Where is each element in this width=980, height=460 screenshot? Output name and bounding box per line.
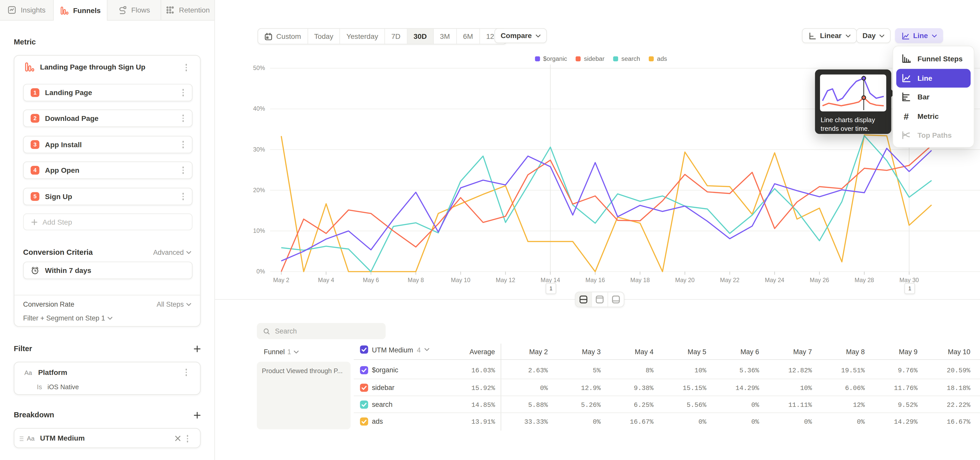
- layout-split-button[interactable]: [576, 292, 592, 307]
- series-checkbox[interactable]: [360, 383, 368, 392]
- step-kebab-icon[interactable]: [180, 88, 186, 97]
- filter-operator[interactable]: Is: [37, 383, 42, 390]
- funnel-column-dropdown[interactable]: Funnel 1: [264, 348, 299, 356]
- tab-funnels[interactable]: Funnels: [54, 0, 108, 21]
- chart-type-dropdown[interactable]: Line: [895, 28, 943, 43]
- series-checkbox[interactable]: [360, 366, 368, 374]
- compare-button[interactable]: Compare: [494, 28, 547, 43]
- funnel-step-2[interactable]: 2 Download Page: [23, 110, 192, 127]
- column-header-date[interactable]: May 7: [793, 348, 812, 356]
- tab-insights[interactable]: Insights: [0, 0, 54, 20]
- cell-value: 33.33%: [524, 418, 548, 426]
- table-row-search[interactable]: search14.85%5.88%5.26%6.25%5.56%0%11.11%…: [354, 396, 980, 413]
- funnel-group-cell[interactable]: Product Viewed through P...: [257, 362, 351, 429]
- range-30d[interactable]: 30D: [407, 29, 434, 44]
- step-kebab-icon[interactable]: [180, 140, 186, 149]
- column-header-date[interactable]: May 9: [899, 348, 918, 356]
- filter-segment-label: Filter + Segment on Step 1: [23, 314, 105, 321]
- breakdown-kebab-icon[interactable]: [184, 434, 190, 443]
- filter-segment-dropdown[interactable]: Filter + Segment on Step 1: [23, 314, 113, 321]
- funnel-step-1[interactable]: 1 Landing Page: [23, 84, 192, 101]
- funnel-column-label: Funnel: [264, 348, 285, 356]
- add-breakdown-button[interactable]: [194, 411, 200, 418]
- cell-average: 15.92%: [471, 384, 495, 392]
- column-header-date[interactable]: May 6: [740, 348, 759, 356]
- remove-breakdown-icon[interactable]: [175, 436, 181, 441]
- menu-item-metric[interactable]: # Metric: [896, 107, 970, 126]
- all-steps-dropdown[interactable]: All Steps: [157, 300, 191, 308]
- column-header-date[interactable]: May 8: [846, 348, 865, 356]
- cell-value: 15.15%: [682, 384, 706, 392]
- interval-dropdown[interactable]: Day: [856, 28, 891, 43]
- breakdown-column-dropdown[interactable]: UTM Medium 4: [360, 345, 430, 354]
- drag-handle-icon[interactable]: [19, 436, 24, 441]
- funnel-step-3[interactable]: 3 App Install: [23, 136, 192, 153]
- range-label: Today: [314, 32, 333, 40]
- funnel-step-4[interactable]: 4 App Open: [23, 161, 192, 179]
- advanced-dropdown[interactable]: Advanced: [153, 248, 191, 256]
- scale-dropdown[interactable]: Linear: [802, 28, 856, 43]
- table-row-ads[interactable]: ads13.91%33.33%0%16.67%0%0%0%0%14.29%16.…: [354, 413, 980, 430]
- menu-item-bar[interactable]: Bar: [896, 88, 970, 107]
- menu-item-label: Funnel Steps: [918, 55, 963, 62]
- tab-retention[interactable]: Retention: [161, 0, 215, 20]
- cell-value: 2.63%: [528, 367, 548, 374]
- metric-icon: #: [901, 111, 911, 121]
- range-7d[interactable]: 7D: [385, 29, 407, 44]
- column-header-date[interactable]: May 4: [635, 348, 653, 356]
- filter-card[interactable]: Aa Platform Is iOS Native: [14, 362, 200, 395]
- column-header-date[interactable]: May 3: [582, 348, 600, 356]
- table-search-input[interactable]: Search: [257, 323, 386, 339]
- cell-value: 11.76%: [894, 384, 918, 392]
- menu-item-funnel-steps[interactable]: Funnel Steps: [896, 50, 970, 69]
- layout-chart-button[interactable]: [592, 292, 608, 307]
- axis-label: 40%: [253, 105, 265, 112]
- column-header-date[interactable]: May 2: [529, 348, 548, 356]
- bar-chart-icon: [901, 92, 911, 102]
- series-checkbox[interactable]: [360, 401, 368, 409]
- table-row-sidebar[interactable]: sidebar15.92%0%12.9%9.38%15.15%14.29%10%…: [354, 379, 980, 396]
- layout-table-button[interactable]: [608, 292, 624, 307]
- add-filter-button[interactable]: [194, 345, 200, 352]
- tab-flows[interactable]: Flows: [107, 0, 161, 20]
- series-line-search[interactable]: [281, 136, 932, 272]
- series-line-ads[interactable]: [281, 135, 932, 272]
- column-header-average[interactable]: Average: [469, 348, 495, 356]
- menu-item-label: Bar: [918, 94, 929, 101]
- tooltip-preview-chart: [820, 74, 886, 111]
- select-all-checkbox[interactable]: [360, 345, 368, 354]
- range-3m[interactable]: 3M: [434, 29, 457, 44]
- table-row-organic[interactable]: $organic16.03%2.63%5%8%10%5.36%12.82%19.…: [354, 362, 980, 379]
- series-line-sidebar[interactable]: [281, 145, 932, 272]
- filter-heading-row: Filter: [14, 344, 200, 353]
- step-kebab-icon[interactable]: [180, 114, 186, 123]
- annotation-chip[interactable]: 1: [546, 283, 556, 294]
- metric-kebab-icon[interactable]: [183, 63, 189, 72]
- cell-value: 0%: [751, 401, 759, 409]
- tab-flows-label: Flows: [131, 6, 150, 14]
- range-custom[interactable]: Custom: [258, 29, 308, 44]
- add-step-button[interactable]: Add Step: [23, 213, 192, 230]
- conversion-window-label: Within 7 days: [45, 267, 91, 274]
- filter-kebab-icon[interactable]: [183, 368, 189, 377]
- clock-icon: [30, 266, 39, 275]
- conversion-window-button[interactable]: Within 7 days: [23, 262, 192, 280]
- cell-value: 9.76%: [898, 367, 918, 374]
- series-checkbox[interactable]: [360, 418, 368, 426]
- menu-item-label: Line: [918, 74, 932, 82]
- funnel-step-5[interactable]: 5 Sign Up: [23, 188, 192, 206]
- menu-item-line[interactable]: Line: [896, 69, 970, 88]
- column-header-date[interactable]: May 5: [687, 348, 706, 356]
- linear-scale-icon: [808, 32, 816, 40]
- breakdown-card[interactable]: Aa UTM Medium: [14, 428, 200, 448]
- range-6m[interactable]: 6M: [457, 29, 480, 44]
- report-tabbar: Insights Funnels Flows Retention: [0, 0, 215, 21]
- step-kebab-icon[interactable]: [180, 192, 186, 201]
- column-header-date[interactable]: May 10: [948, 348, 970, 356]
- range-today[interactable]: Today: [308, 29, 340, 44]
- filter-value[interactable]: iOS Native: [48, 383, 79, 390]
- annotation-chip[interactable]: 1: [904, 283, 915, 294]
- property-type-icon: Aa: [27, 435, 35, 442]
- step-kebab-icon[interactable]: [180, 166, 186, 174]
- range-yesterday[interactable]: Yesterday: [340, 29, 385, 44]
